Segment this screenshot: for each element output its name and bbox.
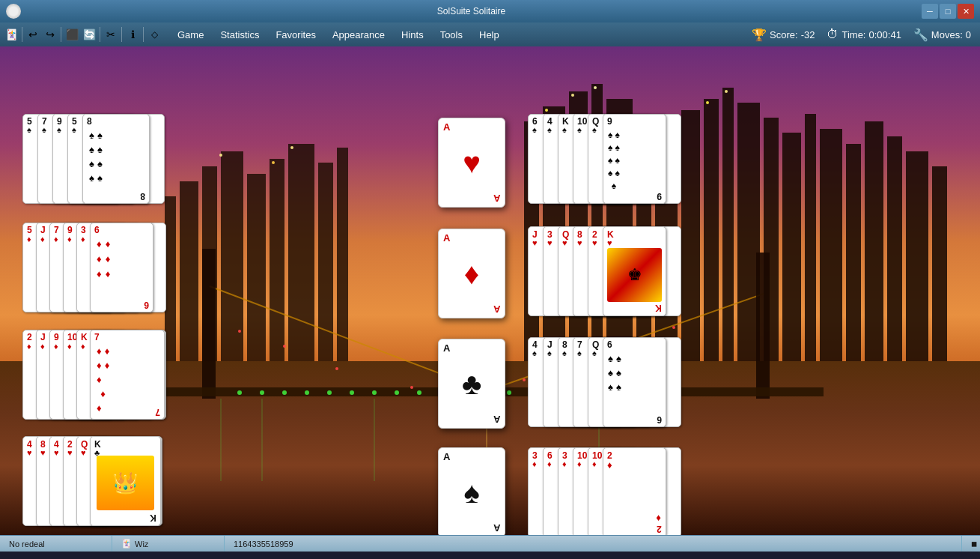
svg-rect-10 [337, 148, 348, 361]
toolbar-sep-4 [121, 27, 122, 42]
rcard-9s[interactable]: 9 ♠♠ ♠♠ ♠♠ ♠♠ ♠ 9 [603, 114, 666, 204]
title-bar: SolSuite Solitaire ─ □ ✕ [0, 0, 980, 22]
toolbar-sep-3 [100, 27, 100, 42]
ace-diamonds[interactable]: A A ♦ [438, 229, 505, 318]
app-icon[interactable] [6, 4, 21, 19]
svg-rect-26 [846, 144, 861, 361]
card-8spades[interactable]: 8 ♠♠ ♠♠ ♠♠ ♠♠ 8 [82, 114, 150, 204]
score-label: Score: [770, 29, 798, 40]
svg-rect-3 [180, 181, 198, 361]
svg-rect-24 [805, 114, 816, 361]
corner-icon: ◼ [971, 540, 977, 548]
svg-rect-2 [165, 196, 176, 361]
svg-point-44 [725, 90, 728, 93]
svg-point-73 [410, 386, 413, 389]
card-king-face[interactable]: K ♣ 👑 K [90, 436, 161, 526]
svg-point-45 [237, 390, 242, 395]
maximize-button[interactable]: □ [940, 4, 956, 19]
menu-tools[interactable]: Tools [433, 26, 470, 43]
svg-point-57 [507, 390, 511, 395]
toolbar-icon-2[interactable]: ↩ [42, 26, 58, 43]
minimize-button[interactable]: ─ [922, 4, 938, 19]
score-display: 🏆 Score: -32 [752, 28, 815, 42]
svg-point-53 [417, 390, 421, 395]
svg-rect-18 [681, 110, 700, 361]
toolbar-icon-4[interactable]: 🔄 [81, 26, 97, 43]
rcard-Kh-face[interactable]: K ♥ ♚ K [603, 226, 666, 316]
game-area[interactable]: 5 ♠ 7 ♠ 9 ♠ 5 ♠ 8 ♠♠ ♠♠ ♠♠ ♠♠ 8 [0, 46, 980, 535]
toolbar-icon-7[interactable]: ◇ [146, 26, 162, 43]
no-redeal-text: No redeal [9, 540, 45, 549]
svg-point-49 [327, 390, 332, 395]
menu-appearance[interactable]: Appearance [325, 26, 392, 43]
time-value: 0:00:41 [868, 29, 901, 40]
menu-hints[interactable]: Hints [394, 26, 431, 43]
card-7dia2[interactable]: 7 ♦♦ ♦♦ ♦♦ ♦ 7 [90, 330, 165, 420]
toolbar-icon-6[interactable]: ℹ [124, 26, 141, 43]
status-no-redeal: No redeal [0, 536, 112, 552]
pile-4[interactable]: 4 ♥ 8 ♥ 4 ♥ 2 ♥ Q ♥ K ♣ 👑 K [22, 436, 161, 534]
status-bar: No redeal 🃏 Wiz 1164335518959 ◼ [0, 535, 980, 552]
svg-rect-27 [865, 121, 883, 361]
menu-statistics[interactable]: Statistics [213, 26, 267, 43]
ace-hearts[interactable]: A A ♥ [438, 118, 505, 208]
svg-rect-8 [288, 144, 314, 361]
card-6dia[interactable]: 6 ♦♦ ♦♦ ♦♦ 6 [90, 223, 153, 312]
score-value: -32 [801, 29, 815, 40]
menu-game[interactable]: Game [170, 26, 211, 43]
ace-clubs[interactable]: A A ♣ [438, 339, 505, 429]
time-label: Time: [841, 29, 865, 40]
svg-point-70 [238, 330, 241, 333]
svg-rect-33 [202, 249, 216, 399]
svg-point-37 [219, 154, 222, 157]
player-name: Wiz [135, 540, 148, 549]
svg-rect-19 [704, 99, 719, 361]
svg-rect-28 [887, 136, 902, 361]
right-pile-4[interactable]: 3 ♦ 6 ♦ 3 ♦ 10 ♦ 10 ♦ 2 ♦ ♦ 2 [528, 447, 666, 535]
svg-point-42 [594, 86, 597, 89]
toolbar-icon-1[interactable]: ↩ [25, 26, 41, 43]
svg-point-41 [571, 94, 574, 97]
status-game-id: 1164335518959 [225, 536, 962, 552]
right-pile-1[interactable]: 6 ♠ 4 ♠ K ♠ 10 ♠ Q ♠ 9 ♠♠ ♠♠ ♠♠ ♠♠ ♠ [528, 114, 666, 219]
toolbar-icons: 🃏 ↩ ↩ ⬛ 🔄 ✂ ℹ ◇ [3, 26, 162, 43]
pile-3[interactable]: 2 ♦ J ♦ 9 ♦ 10 ♦ K ♦ 7 ♦♦ ♦♦ ♦♦ ♦ [22, 330, 165, 435]
title-bar-left [6, 4, 21, 19]
close-button[interactable]: ✕ [958, 4, 974, 19]
right-pile-3[interactable]: 4 ♠ J ♠ 8 ♠ 7 ♠ Q ♠ 6 ♠♠ ♠♠ ♠♠ 6 [528, 337, 666, 442]
moves-label: Moves: [931, 29, 963, 40]
rcard-2d[interactable]: 2 ♦ ♦ 2 [603, 447, 666, 535]
pile-2[interactable]: 5 ♦ J ♦ 7 ♦ 9 ♦ 3 ♦ 6 ♦♦ ♦♦ ♦♦ 6 [22, 223, 153, 327]
toolbar-sep-1 [22, 27, 22, 42]
moves-value: 0 [966, 29, 971, 40]
menu-favorites[interactable]: Favorites [268, 26, 323, 43]
window-controls: ─ □ ✕ [922, 4, 974, 19]
toolbar-icon-5[interactable]: ✂ [103, 26, 119, 43]
rcard-6s2[interactable]: 6 ♠♠ ♠♠ ♠♠ 6 [603, 337, 666, 427]
svg-rect-23 [782, 133, 801, 361]
svg-point-51 [372, 390, 377, 395]
game-id-text: 1164335518959 [234, 540, 293, 549]
svg-point-43 [706, 101, 709, 104]
pile-1[interactable]: 5 ♠ 7 ♠ 9 ♠ 5 ♠ 8 ♠♠ ♠♠ ♠♠ ♠♠ 8 [22, 114, 150, 219]
toolbar-icon-0[interactable]: 🃏 [3, 26, 19, 43]
svg-point-46 [260, 390, 264, 395]
svg-rect-35 [756, 253, 770, 399]
status-display: 🏆 Score: -32 ⏱ Time: 0:00:41 🔧 Moves: 0 [752, 28, 971, 42]
svg-point-74 [523, 378, 526, 381]
time-display: ⏱ Time: 0:00:41 [827, 28, 901, 41]
svg-rect-6 [247, 174, 266, 361]
svg-point-40 [545, 109, 548, 112]
toolbar-sep-2 [61, 27, 61, 42]
svg-rect-20 [722, 88, 734, 361]
ace-spades[interactable]: A A ♠ [438, 447, 505, 535]
svg-point-72 [335, 367, 338, 370]
svg-rect-25 [820, 129, 842, 361]
toolbar-icon-3[interactable]: ⬛ [64, 26, 80, 43]
svg-rect-5 [221, 151, 243, 361]
right-pile-2[interactable]: J ♥ 3 ♥ Q ♥ 8 ♥ 2 ♥ K ♥ ♚ K [528, 226, 666, 331]
svg-rect-7 [270, 159, 284, 361]
svg-point-76 [672, 326, 675, 329]
toolbar-sep-5 [143, 27, 144, 42]
menu-help[interactable]: Help [472, 26, 507, 43]
